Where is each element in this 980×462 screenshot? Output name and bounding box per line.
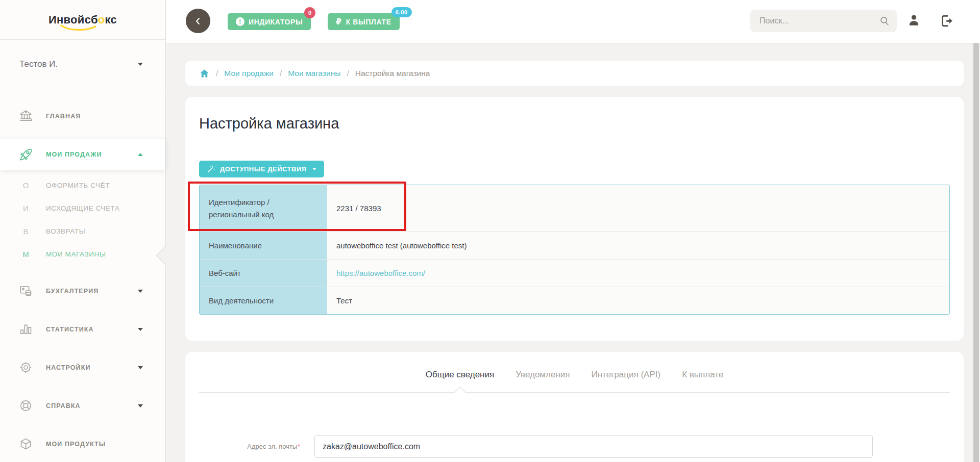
lifebuoy-icon (19, 399, 33, 413)
chevron-down-icon (138, 290, 143, 293)
name-value: autoweboffice test (autoweboffice test) (327, 232, 949, 259)
bullet-letter: В (19, 227, 33, 236)
payout-button[interactable]: ₽ К ВЫПЛАТЕ 0.00 (328, 13, 400, 30)
sidebar-item-label: МОИ ПРОДАЖИ (46, 151, 102, 158)
logo[interactable]: Инвойсбокс (0, 0, 165, 40)
breadcrumb-separator: / (280, 69, 282, 78)
sidebar: Инвойсбокс Тестов И. ГЛАВНАЯ (0, 0, 166, 462)
tab-notifications[interactable]: Уведомления (516, 365, 570, 384)
breadcrumb-current: Настройка магазина (355, 69, 430, 78)
chevron-left-icon (192, 15, 204, 27)
bank-icon (19, 109, 33, 123)
logout-button[interactable] (939, 13, 954, 29)
sidebar-item-home[interactable]: ГЛАВНАЯ (0, 97, 165, 135)
search-icon[interactable] (879, 15, 890, 27)
sidebar-item-settings[interactable]: НАСТРОЙКИ (0, 348, 165, 387)
breadcrumb: / Мои продажи / Мои магазины / Настройка… (185, 61, 964, 86)
available-actions-button[interactable]: ДОСТУПНЫЕ ДЕЙСТВИЯ (199, 161, 324, 177)
sign-out-icon (939, 13, 954, 29)
cube-icon (19, 437, 33, 451)
store-info-table: Идентификатор / региональный код 2231 / … (199, 185, 950, 315)
tab-payout[interactable]: К выплате (682, 365, 723, 384)
sidebar-item-accounting[interactable]: БУХГАЛТЕРИЯ (0, 272, 165, 310)
tabs-divider (199, 392, 950, 393)
back-button[interactable] (186, 9, 210, 33)
invoice-coins-icon (19, 284, 33, 298)
breadcrumb-separator: / (216, 69, 218, 78)
sidebar-subitem-create-invoice[interactable]: О ОФОРМИТЬ СЧЁТ (0, 174, 165, 197)
tab-integration-api[interactable]: Интеграция (API) (592, 365, 661, 384)
bar-chart-icon (19, 322, 33, 336)
scrollbar-thumb[interactable] (973, 43, 979, 462)
website-link[interactable]: https://autoweboffice.com/ (327, 260, 949, 287)
sidebar-item-label: ГЛАВНАЯ (46, 113, 81, 120)
bullet-letter: О (19, 181, 33, 190)
topbar: ! ИНДИКАТОРЫ 0 ₽ К ВЫПЛАТЕ 0.00 (166, 0, 980, 43)
ruble-icon: ₽ (336, 17, 342, 27)
store-settings-card: Настройка магазина ДОСТУПНЫЕ ДЕЙСТВИЯ Ид… (185, 97, 964, 341)
logo-text-end: кс (105, 13, 117, 26)
indicators-badge: 0 (304, 7, 315, 18)
bullet-letter: И (19, 204, 33, 213)
page-title: Настройка магазина (199, 115, 339, 132)
magic-wand-icon (207, 165, 215, 173)
tabs: Общие сведения Уведомления Интеграция (A… (185, 365, 964, 384)
table-row-website: Веб-сайт https://autoweboffice.com/ (200, 259, 949, 287)
email-label: Адрес эл. почты* (185, 435, 300, 458)
table-row-identifier: Идентификатор / региональный код 2231 / … (200, 185, 949, 232)
sidebar-item-my-sales[interactable]: МОИ ПРОДАЖИ (0, 139, 165, 170)
sidebar-subitem-outgoing-invoices[interactable]: И ИСХОДЯЩИЕ СЧЕТА (0, 197, 165, 220)
profile-button[interactable] (907, 13, 921, 27)
sidebar-subitem-refunds[interactable]: В ВОЗВРАТЫ (0, 220, 165, 243)
breadcrumb-link-my-stores[interactable]: Мои магазины (288, 69, 340, 78)
chevron-up-icon (138, 153, 143, 156)
logo-smile-icon (60, 24, 101, 32)
user-name: Тестов И. (19, 59, 58, 69)
breadcrumb-link-my-sales[interactable]: Мои продажи (224, 69, 274, 78)
activity-value: Тест (327, 287, 949, 314)
sidebar-item-my-products[interactable]: МОИ ПРОДУКТЫ (0, 425, 165, 462)
chevron-down-icon (312, 168, 316, 170)
active-tab-notch (454, 387, 465, 397)
breadcrumb-separator: / (347, 69, 349, 78)
chevron-down-icon (138, 328, 143, 331)
email-field[interactable] (314, 435, 873, 458)
search-input[interactable] (750, 10, 897, 32)
chevron-down-icon (138, 366, 143, 369)
bullet-letter: М (19, 250, 33, 259)
sidebar-item-help[interactable]: СПРАВКА (0, 387, 165, 425)
tab-general-info[interactable]: Общие сведения (426, 365, 495, 384)
payout-badge: 0.00 (391, 7, 412, 17)
table-row-activity: Вид деятельности Тест (200, 287, 949, 314)
gear-icon (19, 361, 33, 374)
chevron-down-icon (138, 404, 143, 407)
search-box (750, 10, 897, 32)
person-icon (907, 13, 921, 27)
chevron-down-icon (138, 63, 143, 66)
sidebar-item-statistics[interactable]: СТАТИСТИКА (0, 310, 165, 348)
rocket-icon (19, 148, 33, 162)
indicators-button[interactable]: ! ИНДИКАТОРЫ 0 (228, 13, 311, 30)
sidebar-nav: ГЛАВНАЯ МОИ ПРОДАЖИ О ОФОРМИТЬ СЧЁТ И (0, 89, 165, 462)
sidebar-subitem-my-stores[interactable]: М МОИ МАГАЗИНЫ (0, 243, 165, 266)
user-menu[interactable]: Тестов И. (0, 40, 165, 89)
details-card: Общие сведения Уведомления Интеграция (A… (185, 352, 964, 462)
exclamation-circle-icon: ! (236, 17, 244, 26)
identifier-value: 2231 / 78393 (327, 185, 949, 232)
sales-submenu: О ОФОРМИТЬ СЧЁТ И ИСХОДЯЩИЕ СЧЕТА В ВОЗВ… (0, 174, 165, 266)
home-icon[interactable] (199, 68, 210, 79)
table-row-name: Наименование autoweboffice test (autoweb… (200, 232, 949, 259)
